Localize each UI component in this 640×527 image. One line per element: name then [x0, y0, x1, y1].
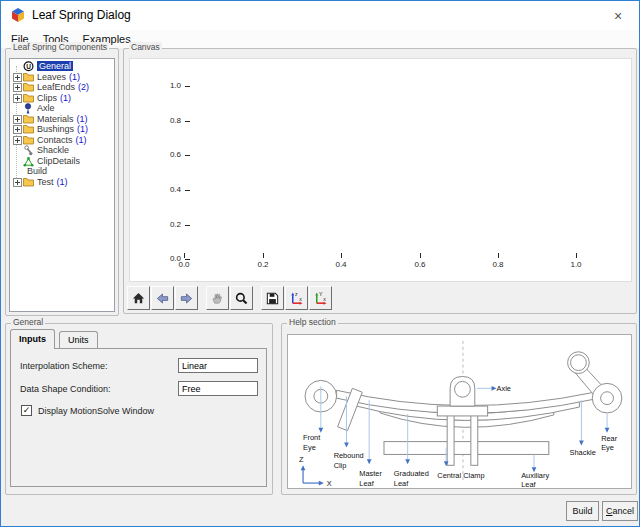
help-groupbox-title: Help section	[287, 317, 338, 327]
auxiliary-leaf-label: Auxiliary	[521, 471, 549, 480]
plot-area[interactable]: 1.0 0.8 0.6 0.4 0.2 0.0 0.0 0.2 0.4 0.6 …	[129, 58, 632, 282]
tree-item-axle[interactable]: Axle	[12, 103, 114, 113]
canvas-groupbox: Canvas 1.0 0.8 0.6 0.4 0.2 0.0 0.0 0.2 0…	[123, 48, 637, 314]
rear-eye-hole	[601, 392, 614, 405]
display-motionsolve-checkbox-row: ✓ Display MotionSolve Window	[21, 405, 154, 416]
tree-item-label: Test	[37, 177, 54, 187]
tree-item-clips[interactable]: Clips (1)	[12, 93, 114, 103]
tree-item-label: Bushings	[37, 124, 74, 134]
y-tick-mark	[185, 86, 190, 87]
display-motionsolve-label: Display MotionSolve Window	[38, 406, 154, 416]
interpolation-scheme-input[interactable]	[178, 358, 258, 373]
tab-inputs[interactable]: Inputs	[10, 329, 55, 349]
y-tick-mark	[185, 225, 190, 226]
svg-text:U: U	[26, 62, 31, 69]
clamp-bar-right	[471, 414, 478, 465]
tab-units[interactable]: Units	[59, 331, 98, 348]
save-button[interactable]	[261, 286, 284, 310]
tree-item-materials[interactable]: Materials (1)	[12, 114, 114, 124]
svg-text:z: z	[295, 291, 298, 297]
view-yx-button[interactable]: Y x	[309, 286, 332, 310]
folder-icon	[23, 177, 35, 188]
tree-item-label: Contacts	[37, 135, 73, 145]
svg-text:Y: Y	[319, 291, 323, 297]
tree-item-leaves[interactable]: Leaves (1)	[12, 72, 114, 82]
tree-item-general[interactable]: U General	[12, 61, 114, 71]
expander-plus-icon[interactable]	[13, 73, 22, 82]
inputs-tab-panel: Interpolation Scheme: Data Shape Conditi…	[10, 348, 267, 487]
master-leaf-label: Master	[359, 469, 382, 478]
checkbox-checked-icon[interactable]: ✓	[21, 405, 32, 416]
rebound-clip-label: Clip	[334, 461, 347, 470]
y-tick-label: 0.4	[150, 186, 181, 194]
build-button[interactable]: Build	[566, 501, 599, 521]
graduated-leaf-label: Graduated	[394, 469, 429, 478]
close-button[interactable]: ×	[603, 5, 633, 26]
y-tick-mark	[185, 155, 190, 156]
tree-item-shackle[interactable]: Shackle	[12, 145, 114, 155]
svg-text:x: x	[299, 296, 302, 302]
home-button[interactable]	[127, 286, 150, 310]
components-groupbox-title: Leaf Spring Components	[11, 42, 109, 52]
forward-button[interactable]	[175, 286, 198, 310]
y-tick-label: 1.0	[150, 82, 181, 90]
tree-item-bushings[interactable]: Bushings (1)	[12, 124, 114, 134]
front-eye-label: Front	[303, 433, 320, 442]
expander-plus-icon[interactable]	[13, 83, 22, 92]
y-tick-label: 0.2	[150, 221, 181, 229]
x-tick-label: 0.6	[405, 261, 435, 269]
shackle-pivot-inner	[571, 355, 587, 371]
expander-plus-icon[interactable]	[13, 94, 22, 103]
clip-details-icon	[23, 156, 35, 167]
clamp-plate	[437, 406, 487, 416]
home-icon	[131, 291, 146, 306]
tree-item-count: (1)	[77, 114, 88, 124]
components-groupbox: Leaf Spring Components U General Leaves …	[5, 48, 119, 316]
x-tick-mark	[576, 253, 577, 258]
expander-plus-icon[interactable]	[13, 136, 22, 145]
yx-axes-icon: Y x	[313, 291, 328, 306]
x-tick-label: 0.8	[483, 261, 513, 269]
tree-item-contacts[interactable]: Contacts (1)	[12, 135, 114, 145]
pan-hand-icon	[210, 291, 225, 306]
window-title: Leaf Spring Dialog	[32, 1, 131, 30]
tree-item-leafends[interactable]: LeafEnds (2)	[12, 82, 114, 92]
data-shape-condition-label: Data Shape Condition:	[20, 384, 111, 394]
y-tick-mark	[185, 121, 190, 122]
canvas-groupbox-title: Canvas	[129, 42, 162, 52]
tree-item-test[interactable]: Test (1)	[12, 177, 114, 187]
x-tick-mark	[420, 253, 421, 258]
svg-text:x: x	[323, 296, 326, 302]
tree-item-label: Shackle	[37, 145, 69, 155]
x-tick-label: 1.0	[561, 261, 591, 269]
x-tick-label: 0.0	[169, 261, 199, 269]
general-circled-u-icon: U	[23, 61, 35, 72]
expander-plus-icon[interactable]	[13, 178, 22, 187]
tree-item-count: (1)	[69, 72, 80, 82]
back-button[interactable]	[151, 286, 174, 310]
leaf-spring-dialog-window: Leaf Spring Dialog × File Tools Examples…	[0, 0, 640, 527]
forward-arrow-icon	[179, 291, 194, 306]
leaf-spring-diagram: Axle Front Eye Rebound Clip Master Leaf …	[287, 334, 632, 489]
tree-item-label: Axle	[37, 103, 55, 113]
auxiliary-leaf-shape	[384, 442, 549, 455]
expander-plus-icon[interactable]	[13, 125, 22, 134]
tree-item-build[interactable]: Build	[12, 166, 114, 176]
pan-button[interactable]	[206, 286, 229, 310]
zoom-button[interactable]	[230, 286, 253, 310]
app-cube-icon	[10, 7, 26, 23]
folder-icon	[23, 124, 35, 135]
x-tick-mark	[184, 253, 185, 258]
tree-item-clipdetails[interactable]: ClipDetails	[12, 156, 114, 166]
clamp-bar-left	[447, 414, 454, 465]
expander-plus-icon[interactable]	[13, 115, 22, 124]
data-shape-condition-input[interactable]	[178, 381, 258, 396]
magnifier-icon	[234, 291, 249, 306]
graduated-leaf-label: Leaf	[394, 479, 409, 488]
view-zx-button[interactable]: z x	[285, 286, 308, 310]
central-clamp-label: Central Clamp	[437, 471, 484, 480]
general-groupbox: General Inputs Units Interpolation Schem…	[5, 323, 273, 495]
cancel-button[interactable]: Cancel	[602, 501, 638, 521]
general-groupbox-title: General	[11, 317, 45, 327]
pin-icon	[23, 103, 35, 114]
